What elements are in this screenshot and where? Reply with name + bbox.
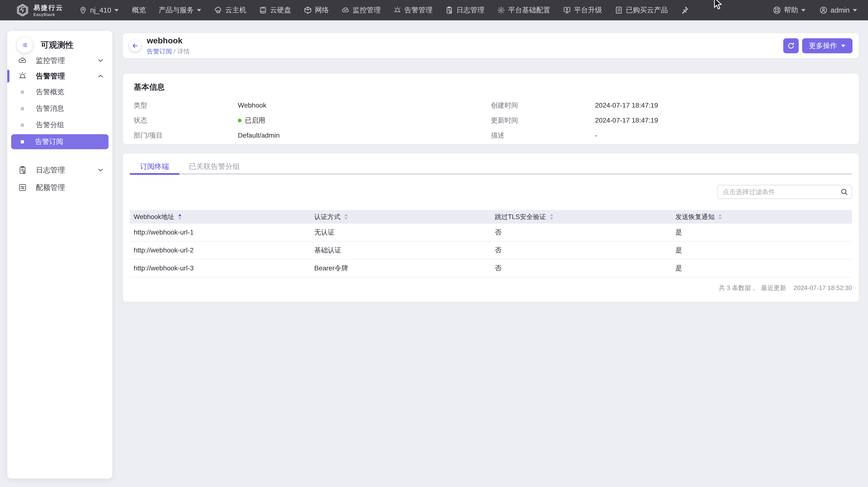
chevron-down-icon [97,57,104,64]
region-label: nj_410 [90,6,111,14]
field-description: 描述 - [491,128,848,143]
field-type: 类型 Webhook [134,98,491,113]
column-header-webhook-url[interactable]: Webhook地址 [130,212,310,221]
endpoints-table: Webhook地址 认证方式 跳过TLS安全验证 发送恢复通知 http://w [130,210,852,292]
nav-item-products[interactable]: 产品与服务 [152,0,208,20]
sort-icon[interactable] [344,213,348,220]
chevron-down-icon [801,8,806,12]
table-row[interactable]: http://webhook-url-3 Bearer令牌 否 是 [130,260,852,277]
sidebar-item-monitoring[interactable]: 监控管理 [7,53,113,68]
table-footer: 共 3 条数据， 最近更新 2024-07-17 18:52:30 [130,284,852,292]
sidebar-title: 可观测性 [41,39,73,51]
alarm-siren-icon [18,71,27,81]
alarm-siren-icon [393,6,402,14]
row-count: 共 3 条数据， [719,284,757,292]
navbar-right: 帮助 admin [773,0,857,20]
user-menu[interactable]: admin [819,0,857,20]
sidebar-item-log-management[interactable]: 日志管理 [7,162,113,178]
chevron-down-icon [841,44,846,48]
tab-linked-alert-groups[interactable]: 已关联告警分组 [189,160,240,173]
monitor-cloud-icon [341,6,350,14]
sidebar-item-quota-management[interactable]: 配额管理 [7,180,113,195]
more-actions-button[interactable]: 更多操作 [802,38,852,53]
nav-item-monitoring[interactable]: 监控管理 [335,0,387,20]
subscription-detail-card: 订阅终端 已关联告警分组 Webhook地址 认证方式 跳过TLS安全验 [123,153,859,302]
brand-logo[interactable]: 易捷行云 EasyStack [16,3,63,17]
log-clipboard-icon [445,6,454,14]
breadcrumb-link-alert-subscriptions[interactable]: 告警订阅 [147,48,172,55]
sidebar-header: 可观测性 [7,31,113,53]
arrow-left-icon [132,42,138,49]
table-row[interactable]: http://webhook-url-1 无认证 否 是 [130,224,852,242]
nav-item-purchased-products[interactable]: 已购买云产品 [609,0,674,20]
nav-item-network[interactable]: 网络 [298,0,335,20]
last-updated-label: 最近更新 [761,284,786,292]
refresh-icon [787,42,795,50]
disk-icon [259,6,267,14]
nav-item-cloud-server[interactable]: 云主机 [208,0,253,20]
brand-name-en: EasyStack [33,12,63,17]
sort-icon[interactable] [550,213,554,220]
nav-item-logs[interactable]: 日志管理 [439,0,491,20]
filter-input-box [717,185,852,199]
column-header-auth-method[interactable]: 认证方式 [310,212,491,221]
field-created-time: 创建时间 2024-07-17 18:47:19 [491,98,848,113]
sidebar-item-alert-messages[interactable]: 告警消息 [7,100,113,117]
breadcrumb-current: 详情 [177,48,190,55]
bullet-icon [21,91,24,94]
chevron-down-icon [114,8,119,12]
help-menu[interactable]: 帮助 [773,0,806,20]
pushpin-icon [681,6,689,14]
location-pin-icon [79,6,87,14]
chevron-down-icon [852,8,857,12]
table-row[interactable]: http://webhook-url-2 基础认证 否 是 [130,242,852,260]
sidebar: 可观测性 监控管理 告警管理 告警概览 告警消息 告警分组 告警订阅 日志管理 … [7,31,113,479]
tab-subscription-endpoints[interactable]: 订阅终端 [130,160,179,173]
pin-menu-button[interactable] [674,0,695,20]
breadcrumb: 告警订阅 / 详情 [147,47,190,56]
log-clipboard-icon [18,165,27,175]
cloud-server-icon [214,6,222,14]
network-icon [304,6,312,14]
column-header-send-recovery[interactable]: 发送恢复通知 [672,212,852,221]
chevron-down-icon [97,166,104,174]
sidebar-item-alert-overview[interactable]: 告警概览 [7,84,113,100]
bullet-icon [21,140,24,144]
page-header-card: webhook 告警订阅 / 详情 更多操作 [123,33,859,58]
last-updated-time: 2024-07-17 18:52:30 [794,284,852,292]
nav-item-overview[interactable]: 概览 [126,0,152,20]
sidebar-item-alerting[interactable]: 告警管理 [7,68,113,84]
basic-info-card: 基本信息 类型 Webhook 创建时间 2024-07-17 18:47:19… [123,74,859,144]
nav-item-alerting[interactable]: 告警管理 [387,0,439,20]
gear-icon [497,6,505,14]
sidebar-item-alert-groups[interactable]: 告警分组 [7,117,113,133]
nav-item-cloud-disk[interactable]: 云硬盘 [253,0,298,20]
nav-item-platform-config[interactable]: 平台基础配置 [491,0,557,20]
easystack-logo-icon [16,4,29,17]
field-status: 状态 已启用 [134,113,491,128]
nav-item-platform-upgrade[interactable]: 平台升级 [557,0,609,20]
top-navbar: 易捷行云 EasyStack nj_410 概览 产品与服务 云主机 云硬盘 网… [0,0,868,20]
field-department-project: 部门/项目 Default/admin [134,128,491,143]
tabs-bar: 订阅终端 已关联告警分组 [130,160,852,175]
purchased-list-icon [615,6,623,14]
sort-icon-asc-active[interactable] [178,213,182,220]
sidebar-collapse-button[interactable] [17,37,32,53]
sidebar-item-alert-subscriptions[interactable]: 告警订阅 [11,134,108,149]
refresh-button[interactable] [783,38,799,53]
column-header-skip-tls[interactable]: 跳过TLS安全验证 [491,212,672,221]
sort-icon[interactable] [718,213,722,220]
page-title: webhook [147,36,190,45]
back-button[interactable] [129,40,141,52]
chevron-up-icon [97,72,104,80]
search-icon[interactable] [840,188,848,196]
brand-name-cn: 易捷行云 [33,3,63,12]
bullet-icon [21,124,24,127]
monitor-cloud-icon [18,56,27,65]
basic-info-title: 基本信息 [134,82,848,93]
help-lifebuoy-icon [773,6,781,14]
region-selector[interactable]: nj_410 [79,6,119,14]
filter-input[interactable] [717,185,852,199]
upgrade-monitor-icon [563,6,571,14]
field-updated-time: 更新时间 2024-07-17 18:47:19 [491,113,848,128]
